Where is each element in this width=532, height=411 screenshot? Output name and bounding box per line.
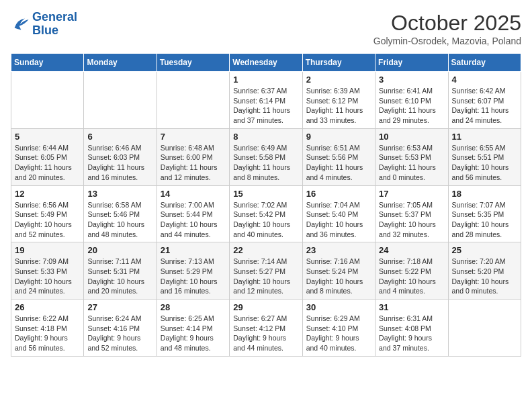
day-number: 23 [306,245,371,255]
day-number: 15 [233,189,298,199]
calendar-cell: 27Sunrise: 6:24 AMSunset: 4:16 PMDayligh… [84,300,157,357]
day-info: Sunrise: 6:27 AMSunset: 4:12 PMDaylight:… [233,314,298,353]
weekday-header: Friday [375,54,448,72]
logo: General Blue [11,11,77,38]
calendar-cell: 22Sunrise: 7:14 AMSunset: 5:27 PMDayligh… [230,242,302,300]
day-number: 2 [306,75,371,85]
page-header: General Blue October 2025 Golymin-Osrode… [11,11,521,46]
day-number: 31 [379,302,444,312]
day-info: Sunrise: 6:39 AMSunset: 6:12 PMDaylight:… [306,86,371,126]
day-number: 20 [87,245,152,255]
day-info: Sunrise: 6:37 AMSunset: 6:14 PMDaylight:… [233,86,298,126]
day-number: 24 [379,245,444,255]
calendar-cell: 13Sunrise: 6:58 AMSunset: 5:46 PMDayligh… [84,185,157,242]
calendar-cell: 7Sunrise: 6:48 AMSunset: 6:00 PMDaylight… [157,128,229,185]
weekday-header: Monday [84,54,157,72]
calendar-cell: 2Sunrise: 6:39 AMSunset: 6:12 PMDaylight… [302,72,375,129]
day-info: Sunrise: 6:25 AMSunset: 4:14 PMDaylight:… [161,314,226,353]
calendar-cell: 18Sunrise: 7:07 AMSunset: 5:35 PMDayligh… [448,185,521,242]
day-number: 29 [233,302,298,312]
day-info: Sunrise: 7:13 AMSunset: 5:29 PMDaylight:… [161,257,226,296]
day-info: Sunrise: 7:14 AMSunset: 5:27 PMDaylight:… [233,257,298,296]
day-number: 19 [15,245,80,255]
calendar-cell: 26Sunrise: 6:22 AMSunset: 4:18 PMDayligh… [11,300,84,357]
calendar-cell: 14Sunrise: 7:00 AMSunset: 5:44 PMDayligh… [157,185,229,242]
day-number: 22 [233,245,298,255]
calendar-cell: 6Sunrise: 6:46 AMSunset: 6:03 PMDaylight… [84,128,157,185]
calendar-week-row: 26Sunrise: 6:22 AMSunset: 4:18 PMDayligh… [11,300,521,357]
day-info: Sunrise: 6:44 AMSunset: 6:05 PMDaylight:… [15,143,80,183]
calendar-cell: 29Sunrise: 6:27 AMSunset: 4:12 PMDayligh… [230,300,302,357]
day-info: Sunrise: 6:46 AMSunset: 6:03 PMDaylight:… [87,143,152,183]
calendar-cell: 28Sunrise: 6:25 AMSunset: 4:14 PMDayligh… [157,300,229,357]
day-number: 10 [379,132,444,142]
calendar-cell: 16Sunrise: 7:04 AMSunset: 5:40 PMDayligh… [302,185,375,242]
calendar-cell: 19Sunrise: 7:09 AMSunset: 5:33 PMDayligh… [11,242,84,300]
logo-text: General Blue [32,11,77,38]
calendar-cell: 4Sunrise: 6:42 AMSunset: 6:07 PMDaylight… [448,72,521,129]
day-info: Sunrise: 6:51 AMSunset: 5:56 PMDaylight:… [306,143,371,183]
day-info: Sunrise: 7:07 AMSunset: 5:35 PMDaylight:… [452,200,517,240]
day-number: 16 [306,189,371,199]
weekday-header: Tuesday [157,54,229,72]
day-info: Sunrise: 6:56 AMSunset: 5:49 PMDaylight:… [15,200,80,240]
calendar-cell [11,72,84,129]
calendar-cell: 5Sunrise: 6:44 AMSunset: 6:05 PMDaylight… [11,128,84,185]
weekday-header-row: SundayMondayTuesdayWednesdayThursdayFrid… [11,54,521,72]
calendar-cell: 15Sunrise: 7:02 AMSunset: 5:42 PMDayligh… [230,185,302,242]
calendar-cell: 10Sunrise: 6:53 AMSunset: 5:53 PMDayligh… [375,128,448,185]
day-number: 3 [379,75,444,85]
calendar-cell: 1Sunrise: 6:37 AMSunset: 6:14 PMDaylight… [230,72,302,129]
day-number: 11 [452,132,517,142]
day-number: 25 [452,245,517,255]
location-subtitle: Golymin-Osrodek, Mazovia, Poland [373,36,521,46]
weekday-header: Saturday [448,54,521,72]
calendar-cell [448,300,521,357]
weekday-header: Sunday [11,54,84,72]
calendar-cell: 25Sunrise: 7:20 AMSunset: 5:20 PMDayligh… [448,242,521,300]
day-info: Sunrise: 7:20 AMSunset: 5:20 PMDaylight:… [452,257,517,296]
calendar-cell: 21Sunrise: 7:13 AMSunset: 5:29 PMDayligh… [157,242,229,300]
day-number: 1 [233,75,298,85]
day-number: 28 [161,302,226,312]
calendar-week-row: 1Sunrise: 6:37 AMSunset: 6:14 PMDaylight… [11,72,521,129]
day-info: Sunrise: 7:05 AMSunset: 5:37 PMDaylight:… [379,200,444,240]
day-info: Sunrise: 7:16 AMSunset: 5:24 PMDaylight:… [306,257,371,296]
calendar-cell: 12Sunrise: 6:56 AMSunset: 5:49 PMDayligh… [11,185,84,242]
day-info: Sunrise: 6:29 AMSunset: 4:10 PMDaylight:… [306,314,371,353]
calendar-cell: 9Sunrise: 6:51 AMSunset: 5:56 PMDaylight… [302,128,375,185]
calendar-table: SundayMondayTuesdayWednesdayThursdayFrid… [11,53,521,357]
day-number: 13 [87,189,152,199]
day-number: 4 [452,75,517,85]
day-number: 5 [15,132,80,142]
day-info: Sunrise: 6:42 AMSunset: 6:07 PMDaylight:… [452,86,517,126]
day-info: Sunrise: 6:22 AMSunset: 4:18 PMDaylight:… [15,314,80,353]
month-title: October 2025 [373,11,521,36]
day-number: 9 [306,132,371,142]
day-info: Sunrise: 6:53 AMSunset: 5:53 PMDaylight:… [379,143,444,183]
day-info: Sunrise: 6:58 AMSunset: 5:46 PMDaylight:… [87,200,152,240]
day-number: 21 [161,245,226,255]
day-info: Sunrise: 7:18 AMSunset: 5:22 PMDaylight:… [379,257,444,296]
logo-icon [11,15,30,34]
day-number: 12 [15,189,80,199]
day-info: Sunrise: 7:02 AMSunset: 5:42 PMDaylight:… [233,200,298,240]
title-block: October 2025 Golymin-Osrodek, Mazovia, P… [373,11,521,46]
calendar-cell: 17Sunrise: 7:05 AMSunset: 5:37 PMDayligh… [375,185,448,242]
calendar-cell: 20Sunrise: 7:11 AMSunset: 5:31 PMDayligh… [84,242,157,300]
day-info: Sunrise: 7:11 AMSunset: 5:31 PMDaylight:… [87,257,152,296]
calendar-cell: 3Sunrise: 6:41 AMSunset: 6:10 PMDaylight… [375,72,448,129]
day-info: Sunrise: 6:55 AMSunset: 5:51 PMDaylight:… [452,143,517,183]
calendar-week-row: 19Sunrise: 7:09 AMSunset: 5:33 PMDayligh… [11,242,521,300]
day-info: Sunrise: 6:24 AMSunset: 4:16 PMDaylight:… [87,314,152,353]
calendar-cell: 8Sunrise: 6:49 AMSunset: 5:58 PMDaylight… [230,128,302,185]
day-number: 17 [379,189,444,199]
day-info: Sunrise: 6:48 AMSunset: 6:00 PMDaylight:… [161,143,226,183]
day-number: 30 [306,302,371,312]
day-number: 8 [233,132,298,142]
calendar-cell [84,72,157,129]
calendar-cell: 11Sunrise: 6:55 AMSunset: 5:51 PMDayligh… [448,128,521,185]
weekday-header: Wednesday [230,54,302,72]
day-number: 26 [15,302,80,312]
day-number: 18 [452,189,517,199]
